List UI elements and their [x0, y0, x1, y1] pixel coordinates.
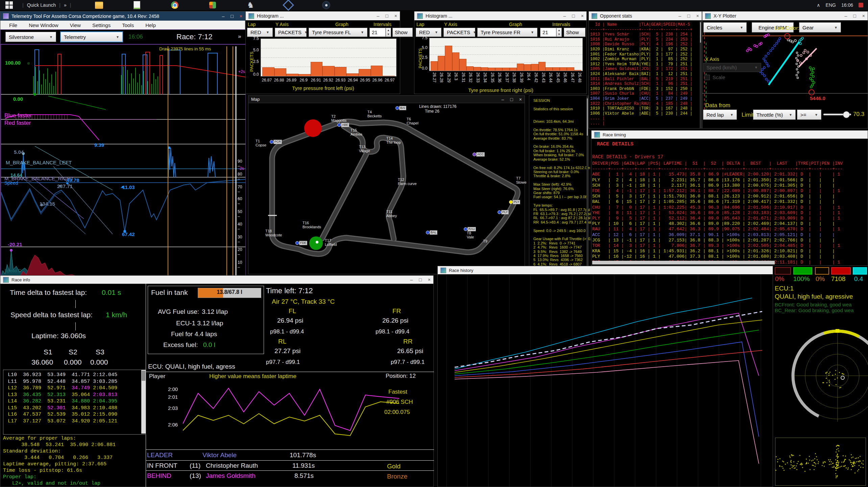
darkhorse-app-icon[interactable]: ♞ — [246, 1, 255, 9]
race-timing-table[interactable]: DRIVER|POS |GAIN|LAP |PtS| LAPTIME | S1 … — [592, 161, 843, 265]
menu-tools[interactable]: Tools — [122, 22, 134, 28]
opponent-table[interactable]: Id | Name |TLA|GEAR|SPEED|MAX-S-----+---… — [590, 22, 692, 126]
graph-select[interactable]: Tyre Pressure FR▼ — [477, 28, 537, 37]
axis-tick: 26.9 — [297, 78, 310, 83]
scale-checkbox[interactable]: Scale — [704, 74, 725, 80]
limit-label: Limit — [742, 112, 754, 118]
car-dot — [464, 227, 467, 231]
virtualbox-icon[interactable] — [284, 1, 293, 9]
laptime-table[interactable]: L10 36.923 53.349 41.771 2:12.045 L11 95… — [5, 372, 117, 424]
graph-select[interactable]: Tyre Pressure FL▼ — [309, 28, 367, 37]
label: FR — [392, 307, 401, 315]
close-button[interactable]: × — [240, 14, 242, 19]
minimize-button[interactable]: – — [410, 277, 413, 282]
tray-clock[interactable]: 16:06 — [841, 2, 853, 8]
stepper-arrows[interactable]: ▲▼ — [386, 28, 391, 37]
explorer-icon[interactable] — [95, 1, 103, 9]
minimize-button[interactable]: – — [502, 97, 504, 102]
track-map[interactable] — [248, 104, 525, 275]
menu-view[interactable]: View — [70, 22, 81, 28]
minimize-button[interactable]: – — [222, 14, 225, 19]
scrollbar[interactable] — [586, 96, 588, 267]
stepper-arrows[interactable]: ▲▼ — [556, 28, 562, 37]
close-button[interactable]: × — [581, 13, 584, 19]
window-title: Race info — [11, 277, 30, 282]
label: 26.65 psi — [397, 347, 423, 355]
label: 20 – — [238, 248, 245, 257]
data-from-select[interactable]: Red lap▼ — [703, 110, 737, 120]
menu-settings[interactable]: Settings — [92, 22, 111, 28]
axis-tick: 26.87 — [261, 78, 273, 83]
close-button[interactable]: × — [428, 277, 431, 282]
minimize-button[interactable]: – — [679, 13, 681, 19]
plot-mode-select[interactable]: Circles▼ — [703, 22, 747, 32]
menu-new-window[interactable]: New Window — [29, 22, 58, 28]
quick-launch-label[interactable]: Quick Launch — [27, 2, 56, 8]
track-select[interactable]: Silverstone▼ — [5, 32, 56, 42]
steam-icon[interactable] — [322, 1, 331, 9]
lap-label: Lap — [248, 22, 256, 27]
race-history-chart[interactable] — [438, 274, 773, 487]
lap-select[interactable]: RED▼ — [247, 28, 273, 37]
map-titlebar[interactable]: Map – □ × — [248, 96, 525, 103]
tray-expand-icon[interactable]: ∧ — [817, 2, 820, 8]
race-history-titlebar[interactable]: Race history — [438, 266, 773, 274]
limit-slider[interactable] — [823, 114, 851, 115]
maximize-button[interactable]: □ — [231, 14, 233, 19]
lap-select[interactable]: RED▼ — [416, 28, 441, 37]
histogram-bar — [466, 66, 474, 71]
menu-help[interactable]: Help — [145, 22, 156, 28]
opponent-stats-titlebar[interactable]: Opponent stats – □ × — [589, 11, 702, 20]
map-window: Map – □ × Lines drawn: 117176 Time 26 — [248, 95, 525, 274]
histogram-fl-titlebar[interactable]: Histogram ... – □ × — [246, 11, 400, 20]
tray-language[interactable]: ENG — [826, 2, 836, 8]
session-stats[interactable]: SESSION Statistics of this session Drive… — [533, 98, 598, 266]
telemetry-titlebar[interactable]: Telemetry Tool For Assetto Corsa Competi… — [0, 11, 245, 21]
close-button[interactable]: × — [862, 13, 865, 19]
tray-alert-icon[interactable] — [859, 3, 863, 7]
car-dot — [395, 106, 399, 110]
show-button[interactable]: Show — [392, 28, 413, 37]
limit-op-select[interactable]: >=▼ — [797, 110, 821, 120]
close-button[interactable]: × — [696, 13, 699, 19]
scrollbar[interactable] — [141, 370, 146, 434]
minimize-button[interactable]: – — [377, 13, 380, 19]
race-info-titlebar[interactable]: Race info – □ × — [0, 276, 433, 284]
close-button[interactable]: × — [519, 97, 522, 102]
maximize-button[interactable]: □ — [385, 13, 388, 19]
maximize-button[interactable]: □ — [853, 13, 856, 19]
race-timing-titlebar[interactable]: Race timing — [592, 131, 868, 139]
yaxis-select[interactable]: PACKETS▼ — [275, 28, 307, 37]
h-scrollbar[interactable] — [592, 261, 775, 264]
maximize-button[interactable]: □ — [510, 97, 513, 102]
notepad-icon[interactable] — [132, 1, 141, 9]
view-select[interactable]: Telemetry▼ — [60, 31, 123, 42]
close-button[interactable]: × — [394, 13, 397, 19]
minimize-button[interactable]: – — [563, 13, 566, 19]
label: 237.71 — [57, 183, 73, 189]
intervals-stepper[interactable]: 21 — [369, 28, 386, 37]
xy-plotter-titlebar[interactable]: X-Y Plotter – □ × — [702, 11, 868, 20]
expander-icon[interactable]: » — [238, 33, 241, 40]
intervals-stepper[interactable]: 21 — [540, 28, 556, 37]
taskbar-separator: | — [59, 2, 61, 8]
chrome-icon[interactable] — [170, 1, 179, 9]
maximize-button[interactable]: □ — [687, 13, 690, 19]
table-row: Fuel usage: 54.1 l -- per lap 3.08 — [533, 195, 598, 199]
histogram-bar — [510, 68, 517, 71]
x-axis-select[interactable]: Speed (km/h)▼ — [703, 63, 761, 72]
start-button[interactable] — [5, 1, 14, 9]
yaxis-select[interactable]: PACKETS▼ — [443, 28, 475, 37]
color-by-select[interactable]: Gear▼ — [799, 22, 841, 32]
menu-file[interactable]: File — [9, 22, 17, 28]
quick-launch-expand-icon[interactable]: » — [64, 2, 67, 8]
table-row: Proper lap: — [3, 474, 116, 480]
histogram-fr-titlebar[interactable]: Histogram ... – □ × — [414, 11, 586, 20]
prism-app-icon[interactable] — [208, 1, 217, 9]
maximize-button[interactable]: □ — [419, 277, 421, 282]
show-button[interactable]: Show — [564, 28, 585, 37]
limit-channel-select[interactable]: Throttle (%)▼ — [753, 110, 796, 120]
minimize-button[interactable]: – — [845, 13, 847, 19]
maximize-button[interactable]: □ — [572, 13, 575, 19]
scrollbar[interactable] — [700, 21, 701, 128]
